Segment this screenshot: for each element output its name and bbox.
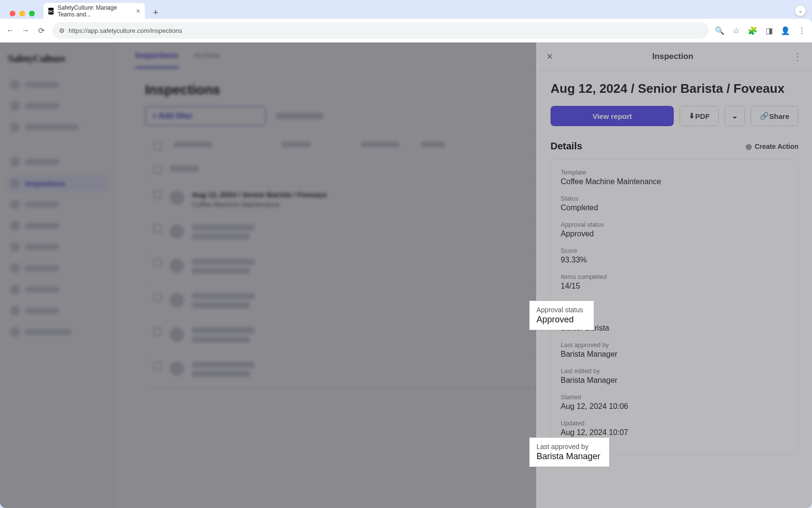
browser-chrome: SC SafetyCulture: Manage Teams and... × … [0, 0, 812, 43]
minimize-window-icon[interactable] [19, 11, 25, 16]
tab-dropdown-icon[interactable]: ⌄ [795, 5, 806, 16]
extensions-icon[interactable]: 🧩 [748, 26, 757, 35]
bookmark-icon[interactable]: ☆ [732, 26, 740, 35]
maximize-window-icon[interactable] [29, 11, 35, 16]
reload-icon[interactable]: ⟳ [37, 26, 45, 35]
new-tab-button[interactable]: + [149, 6, 162, 19]
highlight-approved-by: Last approved by Barista Manager [529, 437, 609, 467]
forward-icon[interactable]: → [21, 26, 30, 35]
zoom-icon[interactable]: 🔍 [715, 26, 724, 35]
address-bar[interactable]: ⚙ https://app.safetyculture.com/inspecti… [52, 22, 709, 39]
menu-icon[interactable]: ⋮ [798, 26, 806, 35]
url-text: https://app.safetyculture.com/inspection… [69, 27, 182, 34]
browser-tab[interactable]: SC SafetyCulture: Manage Teams and... × [44, 3, 145, 19]
highlight-approval-status: Approval status Approved [529, 301, 594, 330]
favicon-icon: SC [48, 8, 54, 15]
window-controls [5, 5, 40, 19]
profile-icon[interactable]: 👤 [781, 26, 790, 35]
site-info-icon[interactable]: ⚙ [59, 27, 65, 34]
tab-close-icon[interactable]: × [136, 7, 140, 15]
close-window-icon[interactable] [10, 11, 15, 16]
back-icon[interactable]: ← [6, 26, 14, 35]
tab-title: SafetyCulture: Manage Teams and... [58, 4, 132, 18]
sidepanel-icon[interactable]: ◨ [765, 26, 773, 35]
